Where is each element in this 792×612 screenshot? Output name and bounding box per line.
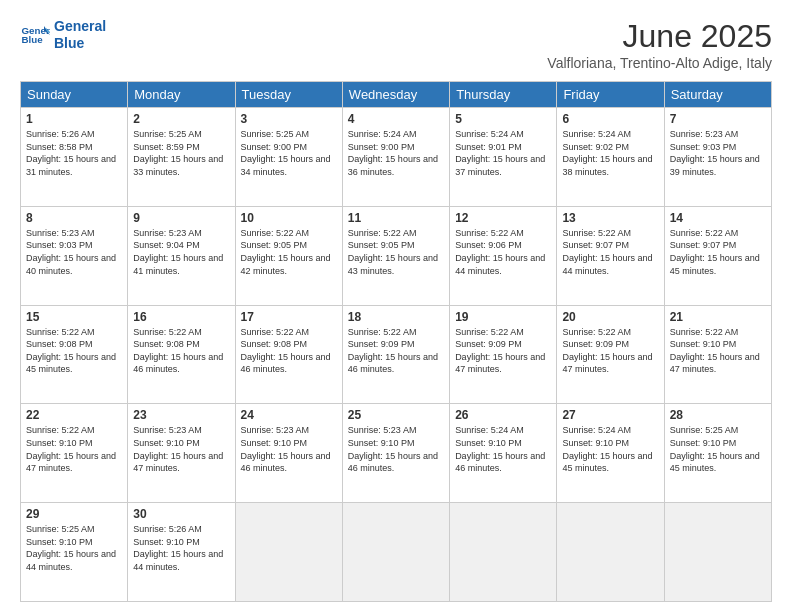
- calendar-week-row: 1 Sunrise: 5:26 AM Sunset: 8:58 PM Dayli…: [21, 108, 772, 207]
- sunrise: Sunrise: 5:23 AM: [133, 227, 229, 240]
- calendar-week-row: 22 Sunrise: 5:22 AM Sunset: 9:10 PM Dayl…: [21, 404, 772, 503]
- day-number: 28: [670, 408, 766, 422]
- day-info: Sunrise: 5:25 AM Sunset: 8:59 PM Dayligh…: [133, 128, 229, 178]
- sunset: Sunset: 9:00 PM: [241, 141, 337, 154]
- day-info: Sunrise: 5:22 AM Sunset: 9:09 PM Dayligh…: [562, 326, 658, 376]
- day-info: Sunrise: 5:23 AM Sunset: 9:03 PM Dayligh…: [670, 128, 766, 178]
- sunrise: Sunrise: 5:26 AM: [26, 128, 122, 141]
- table-row: [664, 503, 771, 602]
- sunset: Sunset: 9:10 PM: [348, 437, 444, 450]
- sunset: Sunset: 9:08 PM: [133, 338, 229, 351]
- daylight: Daylight: 15 hours and 45 minutes.: [670, 450, 766, 475]
- col-sunday: Sunday: [21, 82, 128, 108]
- day-number: 17: [241, 310, 337, 324]
- day-number: 26: [455, 408, 551, 422]
- sunrise: Sunrise: 5:22 AM: [562, 227, 658, 240]
- sunrise: Sunrise: 5:24 AM: [455, 128, 551, 141]
- sunset: Sunset: 9:04 PM: [133, 239, 229, 252]
- day-number: 30: [133, 507, 229, 521]
- day-number: 20: [562, 310, 658, 324]
- sunset: Sunset: 9:10 PM: [670, 437, 766, 450]
- table-row: [450, 503, 557, 602]
- svg-text:Blue: Blue: [22, 34, 44, 45]
- sunset: Sunset: 9:10 PM: [455, 437, 551, 450]
- sunrise: Sunrise: 5:24 AM: [348, 128, 444, 141]
- day-number: 7: [670, 112, 766, 126]
- table-row: 5 Sunrise: 5:24 AM Sunset: 9:01 PM Dayli…: [450, 108, 557, 207]
- daylight: Daylight: 15 hours and 44 minutes.: [26, 548, 122, 573]
- day-info: Sunrise: 5:22 AM Sunset: 9:08 PM Dayligh…: [26, 326, 122, 376]
- day-number: 25: [348, 408, 444, 422]
- table-row: 29 Sunrise: 5:25 AM Sunset: 9:10 PM Dayl…: [21, 503, 128, 602]
- daylight: Daylight: 15 hours and 46 minutes.: [348, 450, 444, 475]
- logo: General Blue General Blue: [20, 18, 106, 52]
- day-number: 2: [133, 112, 229, 126]
- day-info: Sunrise: 5:22 AM Sunset: 9:08 PM Dayligh…: [133, 326, 229, 376]
- sunset: Sunset: 9:10 PM: [562, 437, 658, 450]
- col-monday: Monday: [128, 82, 235, 108]
- sunrise: Sunrise: 5:22 AM: [455, 227, 551, 240]
- daylight: Daylight: 15 hours and 42 minutes.: [241, 252, 337, 277]
- day-number: 5: [455, 112, 551, 126]
- day-number: 19: [455, 310, 551, 324]
- day-number: 22: [26, 408, 122, 422]
- table-row: 4 Sunrise: 5:24 AM Sunset: 9:00 PM Dayli…: [342, 108, 449, 207]
- day-info: Sunrise: 5:22 AM Sunset: 9:10 PM Dayligh…: [26, 424, 122, 474]
- daylight: Daylight: 15 hours and 45 minutes.: [26, 351, 122, 376]
- day-number: 10: [241, 211, 337, 225]
- table-row: 6 Sunrise: 5:24 AM Sunset: 9:02 PM Dayli…: [557, 108, 664, 207]
- day-info: Sunrise: 5:25 AM Sunset: 9:00 PM Dayligh…: [241, 128, 337, 178]
- table-row: 20 Sunrise: 5:22 AM Sunset: 9:09 PM Dayl…: [557, 305, 664, 404]
- daylight: Daylight: 15 hours and 41 minutes.: [133, 252, 229, 277]
- sunset: Sunset: 9:06 PM: [455, 239, 551, 252]
- table-row: 12 Sunrise: 5:22 AM Sunset: 9:06 PM Dayl…: [450, 206, 557, 305]
- day-info: Sunrise: 5:22 AM Sunset: 9:05 PM Dayligh…: [241, 227, 337, 277]
- sunrise: Sunrise: 5:22 AM: [348, 326, 444, 339]
- table-row: 10 Sunrise: 5:22 AM Sunset: 9:05 PM Dayl…: [235, 206, 342, 305]
- sunset: Sunset: 9:00 PM: [348, 141, 444, 154]
- calendar-week-row: 15 Sunrise: 5:22 AM Sunset: 9:08 PM Dayl…: [21, 305, 772, 404]
- sunrise: Sunrise: 5:23 AM: [241, 424, 337, 437]
- day-info: Sunrise: 5:23 AM Sunset: 9:03 PM Dayligh…: [26, 227, 122, 277]
- sunset: Sunset: 9:01 PM: [455, 141, 551, 154]
- day-info: Sunrise: 5:24 AM Sunset: 9:10 PM Dayligh…: [562, 424, 658, 474]
- table-row: 8 Sunrise: 5:23 AM Sunset: 9:03 PM Dayli…: [21, 206, 128, 305]
- day-number: 24: [241, 408, 337, 422]
- title-block: June 2025 Valfloriana, Trentino-Alto Adi…: [547, 18, 772, 71]
- daylight: Daylight: 15 hours and 44 minutes.: [455, 252, 551, 277]
- sunrise: Sunrise: 5:22 AM: [241, 326, 337, 339]
- daylight: Daylight: 15 hours and 47 minutes.: [562, 351, 658, 376]
- col-tuesday: Tuesday: [235, 82, 342, 108]
- day-info: Sunrise: 5:25 AM Sunset: 9:10 PM Dayligh…: [26, 523, 122, 573]
- daylight: Daylight: 15 hours and 44 minutes.: [562, 252, 658, 277]
- sunrise: Sunrise: 5:22 AM: [670, 227, 766, 240]
- day-number: 11: [348, 211, 444, 225]
- day-number: 1: [26, 112, 122, 126]
- sunrise: Sunrise: 5:24 AM: [562, 424, 658, 437]
- table-row: 22 Sunrise: 5:22 AM Sunset: 9:10 PM Dayl…: [21, 404, 128, 503]
- sunrise: Sunrise: 5:22 AM: [241, 227, 337, 240]
- table-row: 30 Sunrise: 5:26 AM Sunset: 9:10 PM Dayl…: [128, 503, 235, 602]
- daylight: Daylight: 15 hours and 40 minutes.: [26, 252, 122, 277]
- daylight: Daylight: 15 hours and 47 minutes.: [670, 351, 766, 376]
- daylight: Daylight: 15 hours and 46 minutes.: [348, 351, 444, 376]
- sunrise: Sunrise: 5:22 AM: [133, 326, 229, 339]
- day-info: Sunrise: 5:22 AM Sunset: 9:05 PM Dayligh…: [348, 227, 444, 277]
- sunrise: Sunrise: 5:22 AM: [455, 326, 551, 339]
- daylight: Daylight: 15 hours and 46 minutes.: [241, 450, 337, 475]
- day-number: 14: [670, 211, 766, 225]
- daylight: Daylight: 15 hours and 38 minutes.: [562, 153, 658, 178]
- table-row: [342, 503, 449, 602]
- daylight: Daylight: 15 hours and 46 minutes.: [241, 351, 337, 376]
- daylight: Daylight: 15 hours and 37 minutes.: [455, 153, 551, 178]
- day-info: Sunrise: 5:23 AM Sunset: 9:04 PM Dayligh…: [133, 227, 229, 277]
- sunrise: Sunrise: 5:24 AM: [455, 424, 551, 437]
- calendar-title: June 2025: [547, 18, 772, 55]
- header-row: Sunday Monday Tuesday Wednesday Thursday…: [21, 82, 772, 108]
- sunrise: Sunrise: 5:26 AM: [133, 523, 229, 536]
- table-row: [557, 503, 664, 602]
- table-row: [235, 503, 342, 602]
- day-info: Sunrise: 5:24 AM Sunset: 9:01 PM Dayligh…: [455, 128, 551, 178]
- sunset: Sunset: 9:08 PM: [26, 338, 122, 351]
- sunrise: Sunrise: 5:25 AM: [26, 523, 122, 536]
